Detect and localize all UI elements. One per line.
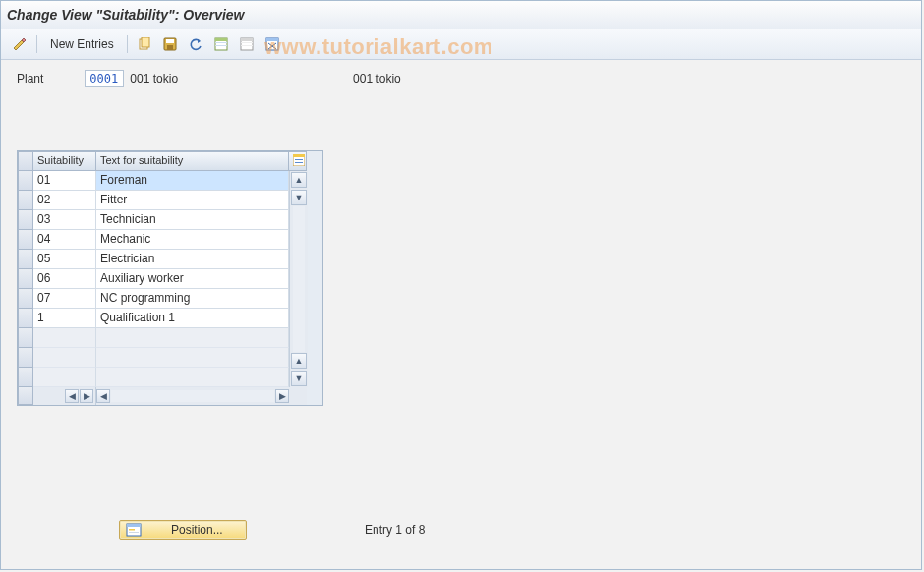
toolbar-separator [127,35,128,53]
plant-label: Plant [17,72,43,86]
change-display-toggle-icon[interactable] [9,33,30,55]
cell-suitability-code[interactable]: 1 [33,309,96,328]
cell-empty[interactable] [96,328,289,348]
cell-suitability-code[interactable]: 05 [33,250,96,269]
svg-rect-22 [127,524,141,527]
new-entries-button[interactable]: New Entries [43,34,121,54]
page-title: Change View "Suitability": Overview [7,7,245,23]
hscroll-track[interactable] [111,390,274,402]
row-selector[interactable] [18,269,33,289]
cell-suitability-code[interactable]: 07 [33,289,96,309]
svg-rect-12 [241,45,253,46]
cell-suitability-text[interactable]: Fitter [96,191,289,210]
row-selector[interactable] [18,230,33,250]
plant-description: 001 tokio [130,72,178,86]
table-row: 01Foreman [18,171,289,191]
row-selector-header[interactable] [18,151,33,171]
table-row-empty [18,328,289,348]
svg-rect-3 [166,39,174,43]
table-row: 04Mechanic [18,230,289,250]
row-selector[interactable] [18,191,33,210]
svg-rect-7 [215,42,227,43]
cell-empty[interactable] [33,368,96,387]
horizontal-scrollbar[interactable]: ◀ ▶ ◀ ▶ [18,387,322,405]
cell-suitability-code[interactable]: 04 [33,230,96,250]
position-button-label: Position... [171,523,223,537]
row-selector[interactable] [18,368,33,387]
hscroll-right2-icon[interactable]: ▶ [275,389,289,403]
table-header: Suitability Text for suitability [18,151,322,171]
svg-rect-14 [266,38,278,41]
cell-suitability-code[interactable]: 02 [33,191,96,210]
cell-suitability-text[interactable]: Technician [96,210,289,230]
scroll-up2-icon[interactable]: ▲ [291,353,307,369]
column-header-text[interactable]: Text for suitability [96,151,289,171]
title-bar: Change View "Suitability": Overview [1,1,921,29]
cell-suitability-text[interactable]: Foreman [96,171,289,191]
svg-rect-11 [241,42,253,43]
cell-suitability-code[interactable]: 06 [33,269,96,289]
column-header-suitability[interactable]: Suitability [33,151,96,171]
table-row: 06Auxiliary worker [18,269,289,289]
cell-suitability-text[interactable]: Electrician [96,250,289,269]
cell-suitability-text[interactable]: NC programming [96,289,289,309]
plant-field-row: Plant 0001 001 tokio 001 tokio [17,70,905,87]
select-all-icon[interactable] [210,33,232,55]
save-icon[interactable] [159,33,181,55]
svg-rect-4 [167,45,173,50]
row-selector[interactable] [18,309,33,328]
plant-input[interactable]: 0001 [85,70,124,87]
table-footer: Position... Entry 1 of 8 [119,520,425,540]
table-row: 1Qualification 1 [18,309,289,328]
cell-suitability-code[interactable]: 01 [33,171,96,191]
table-row-empty [18,348,289,368]
hscroll-left-icon[interactable]: ◀ [65,389,79,403]
table-row: 05Electrician [18,250,289,269]
cell-empty[interactable] [33,348,96,368]
row-selector[interactable] [18,289,33,309]
row-selector[interactable] [18,210,33,230]
svg-rect-24 [129,532,139,533]
copy-icon[interactable] [134,33,155,55]
cell-suitability-code[interactable]: 03 [33,210,96,230]
entry-status: Entry 1 of 8 [365,523,425,537]
row-selector[interactable] [18,250,33,269]
table-settings-button[interactable] [289,151,307,171]
hscroll-right-icon[interactable]: ▶ [80,389,93,403]
sap-window: Change View "Suitability": Overview New … [0,0,922,570]
scroll-up-icon[interactable]: ▲ [291,172,307,188]
deselect-all-icon[interactable] [236,33,258,55]
delete-icon[interactable] [261,33,283,55]
svg-rect-23 [129,529,135,531]
position-icon [126,523,142,537]
scroll-down-icon[interactable]: ▼ [291,190,307,205]
svg-rect-8 [215,45,227,46]
svg-rect-6 [215,38,227,41]
row-selector[interactable] [18,328,33,348]
svg-rect-10 [241,38,253,41]
vertical-scrollbar[interactable]: ▲ ▼ ▲ ▼ [289,171,308,387]
application-toolbar: New Entries [1,29,921,60]
cell-suitability-text[interactable]: Mechanic [96,230,289,250]
table-row: 03Technician [18,210,289,230]
svg-rect-20 [295,162,303,163]
cell-suitability-text[interactable]: Auxiliary worker [96,269,289,289]
position-button[interactable]: Position... [119,520,247,540]
plant-description-secondary: 001 tokio [353,72,401,86]
cell-empty[interactable] [33,328,96,348]
cell-suitability-text[interactable]: Qualification 1 [96,309,289,328]
cell-empty[interactable] [96,348,289,368]
row-selector[interactable] [18,348,33,368]
svg-rect-1 [142,37,149,47]
svg-rect-18 [293,154,305,157]
scroll-down2-icon[interactable]: ▼ [291,371,307,386]
suitability-table: Suitability Text for suitability 01Forem… [17,150,323,406]
hscroll-left2-icon[interactable]: ◀ [96,389,110,403]
content-area: Plant 0001 001 tokio 001 tokio Suitabili… [1,60,921,569]
undo-icon[interactable] [185,33,206,55]
table-row: 02Fitter [18,191,289,210]
cell-empty[interactable] [96,368,289,387]
row-selector[interactable] [18,171,33,191]
table-corner [18,387,33,405]
scroll-track[interactable] [293,206,305,352]
